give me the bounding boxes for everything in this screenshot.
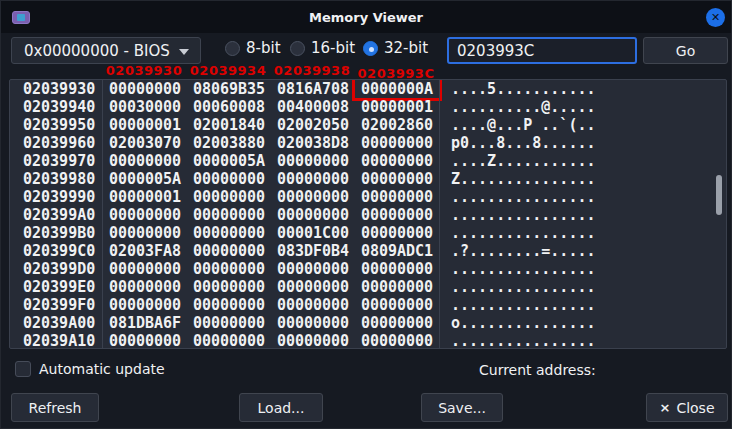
radio-8bit-label: 8-bit xyxy=(246,39,281,57)
hex-cell[interactable]: 00000000 xyxy=(355,206,439,224)
hex-cell[interactable]: 00000000 xyxy=(103,80,187,98)
hex-cell[interactable]: 00000001 xyxy=(355,98,439,116)
hex-cell[interactable]: 02002860 xyxy=(355,116,439,134)
hex-cell[interactable]: 00400008 xyxy=(271,98,355,116)
hex-cell[interactable]: 00001C00 xyxy=(271,224,355,242)
hex-cell[interactable]: 00000000 xyxy=(355,332,439,349)
close-icon: ✕ xyxy=(711,12,720,23)
automatic-update-checkbox[interactable]: Automatic update xyxy=(15,361,165,377)
memory-row: 02039970000000000000005A0000000000000000… xyxy=(10,152,726,170)
hex-cell[interactable]: 00000000 xyxy=(271,314,355,332)
hex-cell[interactable]: 083DF0B4 xyxy=(271,242,355,260)
ascii-cell: ................ xyxy=(439,206,726,224)
hex-cell[interactable]: 02003070 xyxy=(103,134,187,152)
hex-cell[interactable]: 00000000 xyxy=(187,296,271,314)
memory-region-select[interactable]: 0x00000000 - BIOS xyxy=(11,37,201,64)
row-address: 02039A00 xyxy=(10,314,103,332)
hex-cell[interactable]: 00000000 xyxy=(187,188,271,206)
hex-cell[interactable]: 00000000 xyxy=(355,152,439,170)
hex-cell[interactable]: 00000000 xyxy=(355,170,439,188)
radio-16bit[interactable]: 16-bit xyxy=(290,39,355,57)
hex-cell[interactable]: 00000000 xyxy=(187,260,271,278)
row-address: 020399F0 xyxy=(10,296,103,314)
radio-circle-icon xyxy=(225,41,240,56)
ascii-cell: ....5........... xyxy=(439,80,726,98)
load-button[interactable]: Load... xyxy=(239,393,323,422)
hex-cell[interactable]: 02002050 xyxy=(271,116,355,134)
hex-cell[interactable]: 081DBA6F xyxy=(103,314,187,332)
ascii-cell: ..........@..... xyxy=(439,98,726,116)
hex-cell[interactable]: 00000000 xyxy=(271,278,355,296)
hex-cell[interactable]: 00060008 xyxy=(187,98,271,116)
radio-16bit-label: 16-bit xyxy=(311,39,355,57)
hex-cell[interactable]: 00000000 xyxy=(271,260,355,278)
address-input[interactable] xyxy=(447,37,637,64)
close-button[interactable]: × Close xyxy=(646,393,728,422)
go-button[interactable]: Go xyxy=(643,37,728,64)
hex-cell[interactable]: 02003FA8 xyxy=(103,242,187,260)
hex-cell[interactable]: 00000000 xyxy=(271,170,355,188)
hex-cell[interactable]: 0000005A xyxy=(187,152,271,170)
hex-cell[interactable]: 00000000 xyxy=(187,206,271,224)
refresh-button[interactable]: Refresh xyxy=(11,393,99,422)
hex-cell[interactable]: 00000000 xyxy=(187,242,271,260)
hex-cell[interactable]: 00000000 xyxy=(103,278,187,296)
hex-cell[interactable]: 00000000 xyxy=(103,260,187,278)
memory-row: 020399E000000000000000000000000000000000… xyxy=(10,278,726,296)
hex-cell[interactable]: 00000000 xyxy=(103,332,187,349)
hex-cell[interactable]: 00000000 xyxy=(103,296,187,314)
ascii-cell: .?........=..... xyxy=(439,242,726,260)
hex-cell[interactable]: 00000000 xyxy=(187,314,271,332)
hex-cell[interactable]: 00000000 xyxy=(355,188,439,206)
memory-row: 0203999000000001000000000000000000000000… xyxy=(10,188,726,206)
hex-cell[interactable]: 00000000 xyxy=(187,278,271,296)
hex-cell[interactable]: 020038D8 xyxy=(271,134,355,152)
hex-cell[interactable]: 00030000 xyxy=(103,98,187,116)
hex-cell[interactable]: 00000000 xyxy=(271,206,355,224)
hex-cell[interactable]: 00000000 xyxy=(187,170,271,188)
row-address: 020399C0 xyxy=(10,242,103,260)
hex-cell[interactable]: 00000000 xyxy=(271,332,355,349)
toolbar: 0x00000000 - BIOS 8-bit 16-bit 32-bit Go xyxy=(1,34,731,66)
hex-cell[interactable]: 02001840 xyxy=(187,116,271,134)
hex-cell[interactable]: 00000000 xyxy=(355,278,439,296)
hex-cell[interactable]: 00000000 xyxy=(187,332,271,349)
hex-cell[interactable]: 0816A708 xyxy=(271,80,355,98)
hex-cell[interactable]: 00000000 xyxy=(187,224,271,242)
highlighted-hex-cell[interactable]: 0000000A xyxy=(355,80,439,98)
hex-cell[interactable]: 00000000 xyxy=(103,224,187,242)
radio-32bit-label: 32-bit xyxy=(384,39,428,57)
radio-32bit[interactable]: 32-bit xyxy=(363,39,428,57)
ascii-cell: ................ xyxy=(439,332,726,349)
hex-cell[interactable]: 00000000 xyxy=(271,152,355,170)
memory-table: 020399300000000008069B350816A7080000000A… xyxy=(9,79,727,349)
hex-cell[interactable]: 00000000 xyxy=(271,188,355,206)
close-x-icon: × xyxy=(659,400,670,415)
row-address: 020399E0 xyxy=(10,278,103,296)
hex-cell[interactable]: 08069B35 xyxy=(187,80,271,98)
hex-cell[interactable]: 0809ADC1 xyxy=(355,242,439,260)
hex-cell[interactable]: 00000000 xyxy=(103,152,187,170)
ascii-cell: ................ xyxy=(439,224,726,242)
memory-row: 020399C002003FA800000000083DF0B40809ADC1… xyxy=(10,242,726,260)
window-close-button[interactable]: ✕ xyxy=(706,8,725,27)
hex-cell[interactable]: 00000000 xyxy=(355,314,439,332)
radio-8bit[interactable]: 8-bit xyxy=(225,39,281,57)
memory-row: 02039A00081DBA6F000000000000000000000000… xyxy=(10,314,726,332)
hex-cell[interactable]: 0000005A xyxy=(103,170,187,188)
hex-cell[interactable]: 00000000 xyxy=(355,260,439,278)
hex-cell[interactable]: 00000000 xyxy=(271,296,355,314)
hex-cell[interactable]: 00000000 xyxy=(355,296,439,314)
memory-row: 020399F000000000000000000000000000000000… xyxy=(10,296,726,314)
save-button[interactable]: Save... xyxy=(421,393,503,422)
hex-cell[interactable]: 00000001 xyxy=(103,188,187,206)
titlebar: Memory Viewer ✕ xyxy=(1,1,731,33)
hex-cell[interactable]: 02003880 xyxy=(187,134,271,152)
ascii-cell: ....Z........... xyxy=(439,152,726,170)
hex-cell[interactable]: 00000000 xyxy=(103,206,187,224)
hex-cell[interactable]: 00000001 xyxy=(103,116,187,134)
scrollbar-thumb[interactable] xyxy=(716,175,722,215)
hex-cell[interactable]: 00000000 xyxy=(355,134,439,152)
hex-cell[interactable]: 00000000 xyxy=(355,224,439,242)
footer-options: Automatic update Current address: xyxy=(1,361,731,383)
